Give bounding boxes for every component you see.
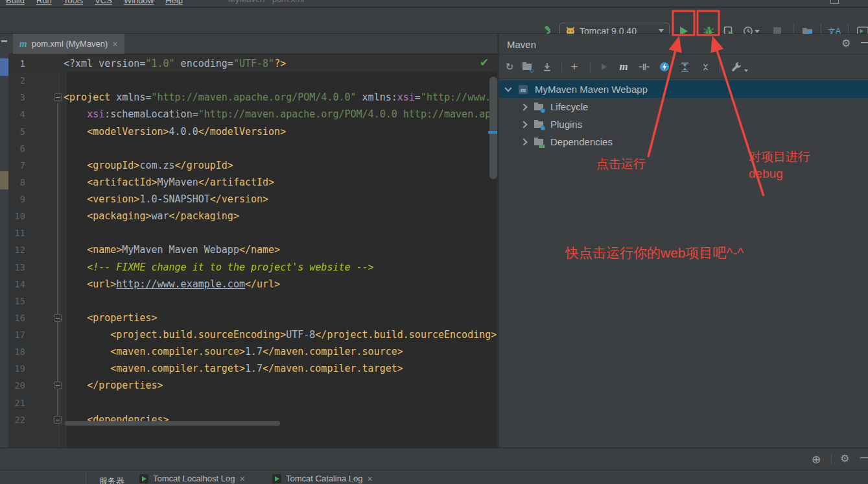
token: [64, 278, 87, 290]
token: <project.build.sourceEncoding>: [110, 329, 286, 341]
code-line: 13 <!-- FIXME change it to the project's…: [8, 259, 497, 276]
offline-mode-button[interactable]: [658, 60, 671, 73]
code-line: 8 <artifactId>MyMaven</artifactId>: [8, 174, 497, 191]
maven-tree-item-mymaven-maven-webapp[interactable]: mMyMaven Maven Webapp: [499, 80, 868, 98]
chevron-right-icon[interactable]: [520, 121, 527, 128]
menu-item-vcs[interactable]: VCS: [95, 0, 112, 5]
fold-column: [25, 309, 64, 326]
gear-icon[interactable]: ⚙: [841, 38, 850, 49]
code-editor[interactable]: 1<?xml version="1.0" encoding="UTF-8"?>2…: [8, 54, 497, 448]
code-text: [64, 224, 497, 241]
window-title: MyMaven - pom.xml: [228, 0, 304, 4]
code-text: <maven.compiler.target>1.7</maven.compil…: [64, 360, 497, 377]
play-icon: [275, 476, 279, 481]
token: </properties>: [87, 380, 163, 391]
chevron-right-icon[interactable]: [520, 103, 527, 110]
expand-all-button[interactable]: [678, 60, 691, 73]
token: 1.0-SNAPSHOT: [139, 193, 209, 205]
token: UTF-8: [286, 329, 315, 341]
code-lines: 1<?xml version="1.0" encoding="UTF-8"?>2…: [8, 55, 497, 428]
maven-tree-item-dependencies[interactable]: Dependencies: [499, 133, 868, 151]
menu-item-window[interactable]: Window: [124, 0, 154, 5]
stripe-marker-blue[interactable]: [0, 58, 8, 76]
code-text: [64, 140, 497, 157]
chevron-down-icon: [755, 30, 760, 33]
line-number: 22: [8, 411, 25, 428]
close-icon[interactable]: ×: [112, 40, 117, 49]
chevron-right-icon[interactable]: [520, 138, 527, 145]
hide-panel-icon[interactable]: —: [861, 37, 868, 47]
line-number: 11: [8, 224, 25, 241]
menu-items: BuildRunToolsVCSWindowHelp: [0, 0, 189, 6]
token: war: [151, 210, 169, 222]
folder-gear-icon: [534, 120, 545, 129]
bottom-panel: ⊕ ⚙ — 服务器 Tomcat Localhost Log×Tomcat Ca…: [0, 448, 868, 484]
run-maven-goal-button[interactable]: [598, 60, 611, 73]
fold-start-marker[interactable]: [54, 314, 62, 322]
stripe-dash-icon[interactable]: [1, 40, 7, 42]
generate-sources-button[interactable]: ↻: [521, 60, 534, 73]
maven-panel-title: Maven: [507, 39, 536, 50]
fold-column: [25, 394, 64, 411]
stripe-marker-tan[interactable]: [0, 171, 8, 189]
folder-chart-icon: [534, 138, 545, 147]
fold-start-marker[interactable]: [54, 93, 62, 101]
bottom-tab-tomcat-localhost-log[interactable]: Tomcat Localhost Log×: [139, 474, 245, 483]
code-text: [64, 72, 497, 89]
close-icon[interactable]: ×: [368, 474, 373, 483]
fold-column: [25, 343, 64, 360]
collapse-all-button[interactable]: [699, 60, 712, 73]
maven-settings-button[interactable]: [730, 60, 743, 73]
wrench-icon: [731, 62, 742, 72]
token: </url>: [245, 278, 280, 290]
fold-column: [25, 157, 64, 174]
fold-start-marker[interactable]: [54, 416, 62, 424]
vertical-scrollbar[interactable]: [489, 77, 497, 179]
reimport-button[interactable]: ↻: [503, 60, 516, 73]
maven-panel-header: Maven ⚙ —: [499, 34, 868, 54]
editor-tab-pomxml[interactable]: m pom.xml (MyMaven) ×: [13, 34, 124, 54]
fold-column: [25, 241, 64, 258]
execute-maven-goal-button[interactable]: m: [617, 60, 630, 73]
token: [64, 108, 87, 120]
menu-item-build[interactable]: Build: [6, 0, 25, 5]
line-number: 3: [8, 89, 25, 106]
gear-icon[interactable]: ⚙: [840, 454, 849, 464]
server-panel-label[interactable]: 服务器: [99, 476, 124, 484]
download-sources-button[interactable]: [541, 60, 554, 73]
fold-end-marker[interactable]: [54, 381, 62, 389]
refresh-icon: ↻: [506, 61, 514, 73]
hide-panel-icon[interactable]: —: [860, 452, 868, 463]
bottom-tab-strip: 服务器 Tomcat Localhost Log×Tomcat Catalina…: [0, 470, 868, 484]
crosshair-icon[interactable]: ⊕: [812, 453, 821, 466]
maven-tree: mMyMaven Maven WebappLifecyclePluginsDep…: [499, 80, 868, 151]
menu-item-tools[interactable]: Tools: [64, 0, 83, 5]
code-line: 2: [8, 72, 497, 89]
code-text: <groupId>com.zs</groupId>: [64, 157, 497, 174]
token: <!-- FIXME change it to the project's we…: [87, 261, 374, 273]
close-icon[interactable]: ×: [239, 474, 244, 483]
token: xmlns=: [110, 91, 151, 103]
menu-item-run[interactable]: Run: [36, 0, 52, 5]
header-separator: [831, 454, 832, 464]
menu-item-help[interactable]: Help: [165, 0, 183, 5]
window-control-icon[interactable]: [830, 0, 839, 4]
maven-tree-item-plugins[interactable]: Plugins: [499, 115, 868, 133]
chevron-down-icon[interactable]: [504, 84, 511, 91]
horizontal-scrollbar[interactable]: [65, 421, 280, 426]
code-text: xsi:schemaLocation="http://maven.apache.…: [64, 106, 497, 123]
code-line: 19 <maven.compiler.target>1.7</maven.com…: [8, 360, 497, 377]
bottom-tab-tomcat-catalina-log[interactable]: Tomcat Catalina Log×: [272, 474, 373, 483]
expand-all-icon: [680, 62, 690, 72]
offline-lightning-icon: [659, 62, 670, 72]
maven-tree-item-lifecycle[interactable]: Lifecycle: [499, 98, 868, 115]
code-line: 10 <packaging>war</packaging>: [8, 208, 497, 224]
code-text: <project xmlns="http://maven.apache.org/…: [64, 89, 497, 106]
download-icon: [543, 62, 552, 71]
add-maven-project-button[interactable]: +: [568, 60, 581, 73]
skip-tests-button[interactable]: [638, 60, 651, 73]
inspections-ok-icon[interactable]: ✔: [480, 56, 489, 69]
code-text: <properties>: [64, 309, 497, 326]
token: </maven.compiler.target>: [263, 363, 403, 374]
code-text: [64, 293, 497, 309]
